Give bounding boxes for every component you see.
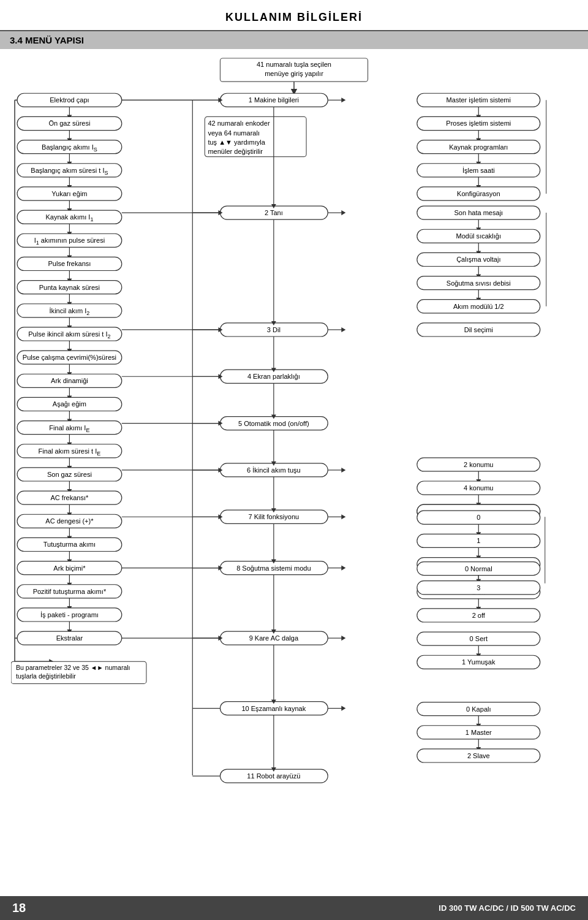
kilit-1: 1 <box>477 537 480 544</box>
left-item-13: Aşağı eğim <box>53 400 86 408</box>
mid-item-6: 7 Kilit fonksiyonu <box>248 513 299 520</box>
page-footer: 18 ID 300 TW AC/DC / ID 500 TW AC/DC <box>0 896 588 920</box>
footer-product: ID 300 TW AC/DC / ID 500 TW AC/DC <box>439 903 576 913</box>
ikincil-0: 2 konumu <box>464 461 493 468</box>
right-item-0: Master işletim sistemi <box>447 96 511 104</box>
right-item-3: İşlem saati <box>462 167 495 174</box>
kilit-3: 3 <box>477 584 480 591</box>
sogutma-0: 0 Normal <box>465 565 492 572</box>
left-item-12: Ark dinamiği <box>51 377 88 384</box>
kare-0: 0 Sert <box>470 635 488 642</box>
right-item-8: Soğutma sıvısı debisi <box>447 279 511 287</box>
svg-marker-128 <box>341 706 345 711</box>
svg-marker-108 <box>341 468 345 473</box>
left-item-18: AC dengesi (+)* <box>45 517 94 525</box>
mid-item-4: 5 Otomatik mod (on/off) <box>238 420 309 427</box>
left-item-1: Ön gaz süresi <box>48 120 90 127</box>
mid-item-7: 8 Soğutma sistemi modu <box>236 565 311 572</box>
top-note-line2: menüye giriş yapılır <box>265 70 323 77</box>
mid-item-10: 11 Robot arayüzü <box>247 772 300 780</box>
main-content: 41 numaralı tuşla seçilen menüye giriş y… <box>0 49 588 874</box>
section-bar: 3.4 MENÜ YAPISI <box>0 31 588 49</box>
mid-item-8: 9 Kare AC dalga <box>249 634 299 642</box>
mid-item-5: 6 İkincil akım tuşu <box>247 466 301 474</box>
top-note-line1: 41 numaralı tuşla seçilen <box>257 61 331 68</box>
right-item-5: Son hata mesajı <box>454 209 503 216</box>
dil-secimi: Dil seçimi <box>464 326 493 333</box>
middle-note-2: veya 64 numaralı <box>208 129 260 137</box>
footer-page-number: 18 <box>12 901 26 915</box>
left-item-23: Ekstralar <box>56 634 83 642</box>
left-item-20: Ark biçimi* <box>53 565 86 572</box>
eszamanli-2: 2 Slave <box>467 752 490 759</box>
eszamanli-1: 1 Master <box>466 729 492 736</box>
right-item-6: Modül sıcaklığı <box>456 232 502 240</box>
left-item-17: AC frekansı* <box>50 494 89 501</box>
right-item-1: Proses işletim sistemi <box>446 120 511 127</box>
svg-marker-118 <box>341 566 345 571</box>
eszamanli-0: 0 Kapalı <box>466 705 491 713</box>
mid-item-0: 1 Makine bilgileri <box>249 96 299 104</box>
ikincil-1: 4 konumu <box>464 484 493 492</box>
mid-item-3: 4 Ekran parlaklığı <box>247 373 300 380</box>
bottom-note-line2: tuşlarla değiştirilebilir <box>16 672 76 680</box>
mid-item-1: 2 Tanı <box>265 209 283 216</box>
section-title: 3.4 MENÜ YAPISI <box>10 35 84 45</box>
left-item-0: Elektrod çapı <box>50 96 89 104</box>
sogutma-2: 2 off <box>472 612 486 619</box>
left-item-16: Son gaz süresi <box>47 471 92 478</box>
diagram-svg: 41 numaralı tuşla seçilen menüye giriş y… <box>11 55 577 868</box>
left-item-22: İş paketi - programı <box>40 611 99 618</box>
left-item-8: Punta kaynak süresi <box>39 284 100 291</box>
middle-note-3: tuş ▲▼ yardımıyla <box>208 139 265 146</box>
right-item-4: Konfigürasyon <box>457 190 500 197</box>
right-item-7: Çalışma voltajı <box>456 256 500 263</box>
svg-marker-123 <box>341 636 345 641</box>
right-item-2: Kaynak programları <box>449 143 508 151</box>
left-item-7: Pulse frekansı <box>48 260 91 267</box>
left-item-21: Pozitif tutuşturma akımı* <box>33 588 107 595</box>
left-item-4: Yukarı eğim <box>51 190 87 197</box>
mid-item-2: 3 Dil <box>267 326 281 333</box>
svg-marker-92 <box>341 210 345 215</box>
svg-marker-84 <box>341 97 345 102</box>
left-item-11: Pulse çalışma çevrimi(%)süresi <box>23 354 116 361</box>
mid-item-9: 10 Eşzamanlı kaynak <box>241 705 306 712</box>
svg-marker-113 <box>341 514 345 519</box>
middle-note-1: 42 numaralı enkoder <box>208 120 270 127</box>
svg-marker-97 <box>341 327 345 332</box>
right-item-9: Akım modülü 1/2 <box>453 303 504 310</box>
page-title: KULLANIM BİLGİLERİ <box>225 11 363 23</box>
kare-1: 1 Yumuşak <box>462 658 496 666</box>
bottom-note-line1: Bu parametreler 32 ve 35 ◄► numaralı <box>16 664 130 671</box>
kilit-0: 0 <box>477 514 480 521</box>
middle-note-4: menüler değiştirilir <box>208 148 263 155</box>
page-header: KULLANIM BİLGİLERİ <box>0 0 588 31</box>
left-item-19: Tutuşturma akımı <box>43 541 96 548</box>
